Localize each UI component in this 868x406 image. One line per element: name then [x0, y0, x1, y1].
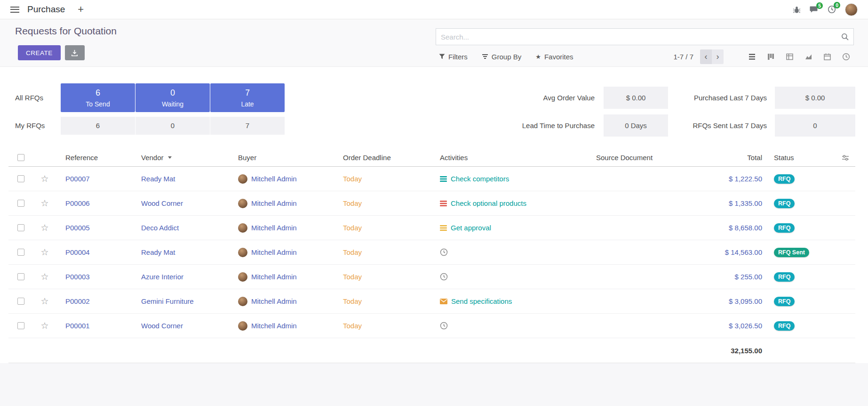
- my-waiting-count[interactable]: 0: [135, 117, 210, 135]
- vendor-link[interactable]: Gemini Furniture: [136, 289, 233, 313]
- vendor-link[interactable]: Wood Corner: [136, 191, 233, 215]
- activity-clock-icon[interactable]: [440, 273, 448, 281]
- activity-label[interactable]: Check competitors: [451, 175, 509, 183]
- table-row[interactable]: ☆ P00007 Ready Mat Mitchell Admin Today …: [8, 167, 855, 191]
- list-view-icon[interactable]: [742, 49, 761, 64]
- row-checkbox[interactable]: [17, 322, 24, 329]
- select-all-checkbox[interactable]: [17, 154, 24, 161]
- status-badge: RFQ: [774, 223, 795, 233]
- filters-button[interactable]: Filters: [439, 53, 468, 61]
- reference-link[interactable]: P00007: [56, 167, 136, 191]
- vendor-link[interactable]: Wood Corner: [136, 314, 233, 338]
- table-row[interactable]: ☆ P00006 Wood Corner Mitchell Admin Toda…: [8, 191, 855, 216]
- reference-link[interactable]: P00003: [56, 265, 136, 289]
- header-activities[interactable]: Activities: [435, 149, 590, 166]
- header-status[interactable]: Status: [772, 149, 835, 166]
- activity-cell[interactable]: [435, 240, 590, 264]
- app-name[interactable]: Purchase: [27, 4, 65, 15]
- kpi-waiting-button[interactable]: 0 Waiting: [135, 83, 210, 112]
- pivot-view-icon[interactable]: [780, 49, 799, 64]
- header-vendor[interactable]: Vendor: [136, 149, 233, 166]
- my-to-send-count[interactable]: 6: [61, 117, 135, 135]
- export-button[interactable]: [65, 45, 85, 60]
- header-order-deadline[interactable]: Order Deadline: [338, 149, 435, 166]
- row-checkbox[interactable]: [17, 298, 24, 305]
- dashboard-view-icon[interactable]: [836, 49, 855, 64]
- chat-icon[interactable]: 5: [810, 6, 819, 14]
- favorites-button[interactable]: ★ Favorites: [535, 53, 573, 61]
- search-bar: [436, 28, 854, 45]
- activity-cell[interactable]: [435, 314, 590, 338]
- my-late-count[interactable]: 7: [210, 117, 285, 135]
- purchased-last-7-days-label: Purchased Last 7 Days: [668, 94, 767, 102]
- table-row[interactable]: ☆ P00001 Wood Corner Mitchell Admin Toda…: [8, 314, 855, 338]
- table-row[interactable]: ☆ P00002 Gemini Furniture Mitchell Admin…: [8, 289, 855, 314]
- reference-link[interactable]: P00004: [56, 240, 136, 264]
- search-icon[interactable]: [841, 33, 849, 41]
- buyer-name[interactable]: Mitchell Admin: [251, 297, 297, 305]
- activity-label[interactable]: Send specifications: [451, 297, 512, 305]
- activity-cell[interactable]: Send specifications: [435, 289, 590, 313]
- activity-cell[interactable]: Get approval: [435, 216, 590, 240]
- user-avatar[interactable]: [845, 3, 858, 16]
- table-row[interactable]: ☆ P00003 Azure Interior Mitchell Admin T…: [8, 265, 855, 289]
- graph-view-icon[interactable]: [799, 49, 818, 64]
- kanban-view-icon[interactable]: [761, 49, 780, 64]
- activity-clock-icon[interactable]: [440, 322, 448, 330]
- activity-label[interactable]: Get approval: [451, 224, 491, 232]
- buyer-name[interactable]: Mitchell Admin: [251, 322, 297, 330]
- pager-next-button[interactable]: ›: [712, 49, 724, 64]
- row-checkbox[interactable]: [17, 175, 24, 182]
- plus-icon[interactable]: +: [78, 4, 84, 15]
- table-row[interactable]: ☆ P00004 Ready Mat Mitchell Admin Today …: [8, 240, 855, 265]
- reference-link[interactable]: P00002: [56, 289, 136, 313]
- buyer-name[interactable]: Mitchell Admin: [251, 248, 297, 256]
- calendar-view-icon[interactable]: [818, 49, 836, 64]
- buyer-name[interactable]: Mitchell Admin: [251, 199, 297, 207]
- favorite-star-icon[interactable]: ☆: [40, 174, 48, 183]
- reference-link[interactable]: P00006: [56, 191, 136, 215]
- buyer-name[interactable]: Mitchell Admin: [251, 224, 297, 232]
- activity-clock-icon[interactable]: [440, 248, 448, 256]
- buyer-avatar: [238, 272, 247, 282]
- favorite-star-icon[interactable]: ☆: [40, 223, 48, 232]
- favorite-star-icon[interactable]: ☆: [40, 248, 48, 257]
- header-total[interactable]: Total: [715, 149, 772, 166]
- row-checkbox[interactable]: [17, 224, 24, 231]
- activity-label[interactable]: Check optional products: [451, 199, 526, 207]
- optional-columns-icon[interactable]: [835, 149, 855, 166]
- vendor-link[interactable]: Deco Addict: [136, 216, 233, 240]
- buyer-name[interactable]: Mitchell Admin: [251, 273, 297, 281]
- page-title: Requests for Quotation: [15, 25, 117, 37]
- activity-clock-systray-icon[interactable]: 0: [828, 5, 836, 14]
- reference-link[interactable]: P00001: [56, 314, 136, 338]
- favorite-star-icon[interactable]: ☆: [40, 321, 48, 330]
- activity-cell[interactable]: [435, 265, 590, 289]
- reference-link[interactable]: P00005: [56, 216, 136, 240]
- create-button[interactable]: CREATE: [18, 45, 61, 60]
- vendor-link[interactable]: Azure Interior: [136, 265, 233, 289]
- pager-previous-button[interactable]: ‹: [700, 49, 712, 64]
- bug-icon[interactable]: [793, 6, 801, 14]
- hamburger-menu-icon[interactable]: [10, 7, 19, 13]
- favorite-star-icon[interactable]: ☆: [40, 297, 48, 306]
- activity-cell[interactable]: Check optional products: [435, 191, 590, 215]
- row-checkbox[interactable]: [17, 200, 24, 207]
- table-header: Reference Vendor Buyer Order Deadline Ac…: [8, 149, 855, 167]
- favorite-star-icon[interactable]: ☆: [40, 272, 48, 281]
- activity-cell[interactable]: Check competitors: [435, 167, 590, 191]
- row-checkbox[interactable]: [17, 273, 24, 280]
- header-reference[interactable]: Reference: [56, 149, 136, 166]
- buyer-name[interactable]: Mitchell Admin: [251, 175, 297, 183]
- kpi-to-send-button[interactable]: 6 To Send: [61, 83, 135, 112]
- favorite-star-icon[interactable]: ☆: [40, 199, 48, 208]
- group-by-button[interactable]: Group By: [482, 53, 521, 61]
- kpi-late-button[interactable]: 7 Late: [210, 83, 285, 112]
- header-source-document[interactable]: Source Document: [590, 149, 715, 166]
- header-buyer[interactable]: Buyer: [233, 149, 338, 166]
- vendor-link[interactable]: Ready Mat: [136, 240, 233, 264]
- vendor-link[interactable]: Ready Mat: [136, 167, 233, 191]
- search-input[interactable]: [436, 33, 841, 41]
- row-checkbox[interactable]: [17, 249, 24, 256]
- table-row[interactable]: ☆ P00005 Deco Addict Mitchell Admin Toda…: [8, 216, 855, 240]
